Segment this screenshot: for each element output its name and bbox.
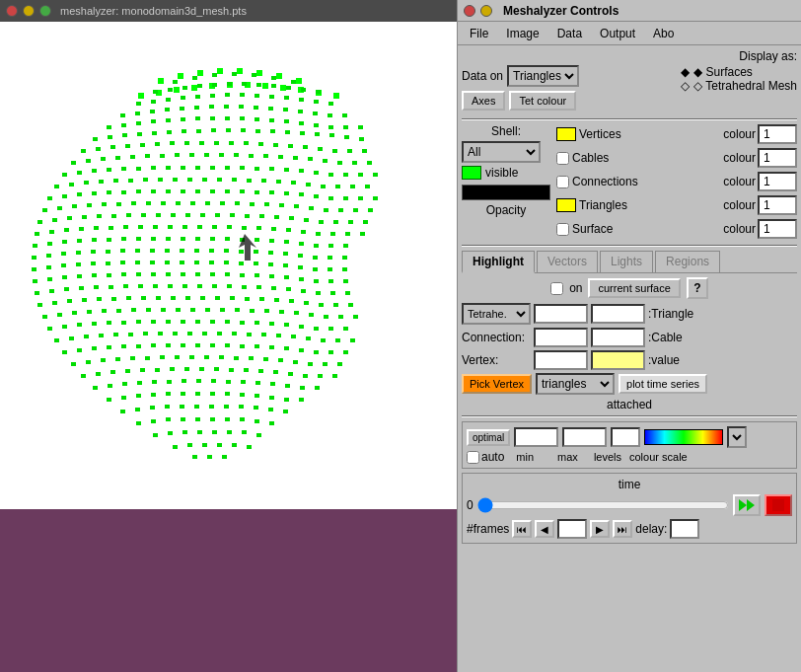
- svg-rect-180: [202, 178, 207, 182]
- tetra-select[interactable]: Tetrahe.: [462, 303, 531, 325]
- svg-rect-516: [293, 360, 298, 364]
- vertex-input-2[interactable]: 0: [591, 350, 645, 370]
- levels-input[interactable]: 64: [611, 427, 640, 447]
- svg-rect-206: [255, 190, 259, 194]
- surface-colour-value[interactable]: 1: [758, 219, 797, 239]
- svg-rect-122: [303, 145, 308, 149]
- frames-value[interactable]: 1: [557, 519, 587, 539]
- svg-rect-400: [111, 297, 116, 301]
- svg-rect-323: [283, 252, 288, 256]
- svg-rect-553: [315, 386, 320, 390]
- svg-rect-300: [269, 239, 274, 243]
- max-input[interactable]: 1: [562, 427, 607, 447]
- cables-colour-value[interactable]: 1: [758, 148, 797, 168]
- menu-output[interactable]: Output: [592, 25, 643, 42]
- svg-rect-291: [136, 237, 141, 241]
- vertices-colour-value[interactable]: 1: [758, 124, 797, 144]
- frame-next-button[interactable]: ▶: [590, 520, 610, 538]
- svg-rect-68: [328, 113, 332, 117]
- surfaces-radio[interactable]: ◆ ◆ Surfaces: [681, 65, 797, 79]
- viewer-canvas[interactable]: [0, 22, 457, 509]
- svg-rect-64: [268, 107, 273, 111]
- triangles-colour-value[interactable]: 1: [758, 195, 797, 215]
- cables-checkbox[interactable]: [556, 152, 569, 165]
- auto-checkbox[interactable]: [467, 451, 479, 464]
- min-input[interactable]: 0: [514, 427, 558, 447]
- menu-about[interactable]: Abo: [645, 25, 682, 42]
- svg-rect-540: [122, 382, 127, 386]
- tetra-input-2[interactable]: 0: [591, 304, 645, 324]
- visible-label: visible: [485, 166, 518, 180]
- stop-button[interactable]: [765, 494, 792, 516]
- pick-type-select[interactable]: triangles vertices: [536, 373, 615, 395]
- frame-last-button[interactable]: ⏭: [613, 520, 632, 538]
- color-picker-box[interactable]: [462, 185, 550, 200]
- tetra-input-1[interactable]: 0: [534, 304, 588, 324]
- svg-rect-401: [126, 296, 131, 300]
- play-forward-icon: [739, 499, 755, 511]
- shell-select[interactable]: All: [462, 141, 541, 163]
- data-on-select[interactable]: Triangles Vertices: [507, 65, 579, 87]
- svg-rect-470: [202, 332, 207, 336]
- help-button[interactable]: ?: [687, 277, 708, 299]
- svg-rect-515: [278, 358, 283, 362]
- connection-input-2[interactable]: 0: [591, 328, 645, 347]
- maximize-button[interactable]: [39, 5, 51, 17]
- svg-rect-340: [194, 261, 199, 264]
- viewer-bottom-area: [0, 509, 457, 672]
- menu-file[interactable]: File: [462, 25, 496, 42]
- svg-rect-111: [140, 143, 145, 147]
- current-surface-button[interactable]: current surface: [588, 278, 680, 298]
- connection-input-1[interactable]: 0: [534, 328, 588, 347]
- tab-regions[interactable]: Regions: [655, 251, 720, 272]
- time-slider[interactable]: [477, 497, 729, 513]
- tab-vectors[interactable]: Vectors: [537, 251, 598, 272]
- svg-rect-424: [146, 308, 151, 312]
- close-button[interactable]: [6, 5, 18, 17]
- svg-rect-132: [145, 154, 150, 158]
- svg-rect-280: [316, 232, 321, 236]
- svg-rect-322: [268, 251, 273, 255]
- frame-first-button[interactable]: ⏮: [512, 520, 532, 538]
- svg-rect-158: [210, 166, 215, 170]
- tet-colour-button[interactable]: Tet colour: [509, 91, 576, 111]
- svg-rect-498: [314, 350, 319, 354]
- tab-lights[interactable]: Lights: [600, 251, 653, 272]
- tetrahedral-radio[interactable]: ◇ ◇ Tetrahedral Mesh: [681, 79, 797, 93]
- tab-highlight[interactable]: Highlight: [462, 251, 535, 273]
- svg-rect-145: [337, 161, 342, 165]
- svg-rect-360: [166, 272, 171, 276]
- axes-button[interactable]: Axes: [462, 91, 505, 111]
- vertex-input-1[interactable]: 0: [534, 350, 588, 370]
- colorscale-select[interactable]: ▾: [727, 426, 747, 448]
- menu-data[interactable]: Data: [549, 25, 590, 42]
- svg-rect-117: [229, 141, 234, 145]
- svg-rect-237: [368, 208, 373, 212]
- connections-checkbox[interactable]: [556, 176, 569, 188]
- frame-prev-button[interactable]: ◀: [535, 520, 554, 538]
- controls-minimize-button[interactable]: [480, 5, 492, 17]
- svg-rect-338: [165, 261, 170, 264]
- svg-rect-112: [155, 142, 160, 146]
- play-forward-button[interactable]: [733, 494, 761, 516]
- plot-time-series-button[interactable]: plot time series: [619, 374, 707, 394]
- svg-rect-181: [217, 178, 222, 182]
- svg-rect-543: [167, 380, 172, 384]
- svg-rect-565: [269, 396, 274, 400]
- svg-rect-287: [77, 239, 82, 243]
- pick-vertex-button[interactable]: Pick Vertex: [462, 374, 532, 394]
- svg-rect-412: [289, 299, 294, 303]
- delay-value[interactable]: 10: [670, 519, 699, 539]
- connections-colour-value[interactable]: 1: [758, 172, 797, 191]
- menu-image[interactable]: Image: [498, 25, 546, 42]
- on-checkbox[interactable]: [550, 282, 563, 295]
- controls-close-button[interactable]: [464, 5, 475, 17]
- optimal-button[interactable]: optimal: [467, 429, 510, 446]
- svg-rect-113: [170, 141, 175, 145]
- minimize-button[interactable]: [23, 5, 35, 17]
- svg-rect-52: [314, 100, 319, 104]
- surface-checkbox[interactable]: [556, 223, 569, 236]
- svg-rect-172: [84, 181, 89, 185]
- svg-rect-402: [141, 296, 146, 300]
- svg-rect-105: [344, 135, 349, 139]
